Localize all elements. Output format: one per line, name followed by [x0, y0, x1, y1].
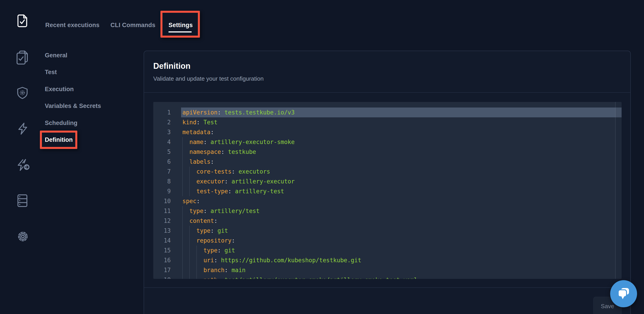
menu-item-execution[interactable]: Execution [45, 85, 74, 93]
line-number: 14 [153, 236, 181, 246]
code-line[interactable]: 14 repository: [153, 236, 622, 246]
line-number: 8 [153, 177, 181, 186]
indent-guide [189, 236, 190, 246]
code-text: type: git [181, 226, 622, 236]
line-number: 17 [153, 265, 181, 275]
indent-guide [196, 275, 197, 279]
code-line[interactable]: 8 executor: artillery-executor [153, 177, 622, 186]
chat-launcher-button[interactable] [610, 280, 637, 307]
code-text: type: git [181, 246, 622, 255]
shield-gear-icon[interactable] [17, 87, 28, 100]
line-number: 12 [153, 216, 181, 226]
indent-guide [189, 275, 190, 279]
code-line[interactable]: 12 content: [153, 216, 622, 226]
chat-bubbles-icon [617, 287, 630, 301]
lightning-arrow-icon[interactable] [17, 159, 30, 172]
tab-recent-executions[interactable]: Recent executions [45, 21, 100, 29]
menu-item-general[interactable]: General [45, 52, 68, 59]
tab-settings[interactable]: Settings [168, 21, 193, 29]
app-root: Recent executions CLI Commands Settings [0, 0, 644, 314]
code-line[interactable]: 2kind: Test [153, 117, 622, 127]
line-number: 1 [153, 107, 181, 117]
code-lines: 1apiVersion: tests.testkube.io/v32kind: … [153, 107, 622, 279]
editor-scrollbar[interactable] [615, 102, 622, 279]
code-line[interactable]: 15 type: git [153, 246, 622, 255]
code-text: branch: main [181, 265, 622, 275]
server-icon[interactable] [18, 194, 27, 208]
panel-subtitle: Validate and update your test configurat… [153, 75, 264, 82]
line-number: 9 [153, 186, 181, 196]
panel-header-divider [144, 92, 630, 93]
menu-item-scheduling[interactable]: Scheduling [45, 119, 78, 127]
code-text: kind: Test [181, 117, 622, 127]
document-check-icon [18, 14, 27, 28]
indent-guide [196, 246, 197, 255]
indent-guide [189, 226, 190, 236]
line-number: 2 [153, 117, 181, 127]
panel-footer-divider [144, 287, 630, 288]
indent-guide [189, 186, 190, 196]
code-line[interactable]: 6 labels: [153, 157, 622, 167]
code-line[interactable]: 5 namespace: testkube [153, 147, 622, 157]
code-line[interactable]: 16 uri: https://github.com/kubeshop/test… [153, 255, 622, 265]
code-text: test-type: artillery-test [181, 186, 622, 196]
code-text: spec: [181, 196, 622, 206]
menu-item-definition[interactable]: Definition [45, 136, 72, 143]
code-text: core-tests: executors [181, 167, 622, 177]
line-number: 16 [153, 255, 181, 265]
code-line[interactable]: 1apiVersion: tests.testkube.io/v3 [153, 107, 622, 117]
code-line[interactable]: 10spec: [153, 196, 622, 206]
indent-guide [189, 177, 190, 186]
code-line[interactable]: 18 path: test/artillery/executor-smoke/a… [153, 275, 622, 279]
code-text: uri: https://github.com/kubeshop/testkub… [181, 255, 622, 265]
line-number: 6 [153, 157, 181, 167]
code-line[interactable]: 11 type: artillery/test [153, 206, 622, 216]
code-text: path: test/artillery/executor-smoke/arti… [181, 275, 622, 279]
indent-guide [196, 265, 197, 275]
line-number: 3 [153, 127, 181, 137]
lightning-icon[interactable] [18, 123, 28, 136]
code-text: labels: [181, 157, 622, 167]
tab-cli-commands[interactable]: CLI Commands [110, 21, 155, 29]
active-tab-underline [168, 31, 192, 32]
code-text: repository: [181, 236, 622, 246]
line-number: 15 [153, 246, 181, 255]
line-number: 4 [153, 137, 181, 147]
code-line[interactable]: 4 name: artillery-executor-smoke [153, 137, 622, 147]
code-text: metadata: [181, 127, 622, 137]
indent-guide [196, 255, 197, 265]
line-number: 10 [153, 196, 181, 206]
code-line[interactable]: 13 type: git [153, 226, 622, 236]
indent-guide [189, 265, 190, 275]
code-text: namespace: testkube [181, 147, 622, 157]
code-text: executor: artillery-executor [181, 177, 622, 186]
menu-item-test[interactable]: Test [45, 68, 57, 76]
line-number: 11 [153, 206, 181, 216]
yaml-editor[interactable]: 1apiVersion: tests.testkube.io/v32kind: … [153, 102, 622, 279]
gear-icon[interactable] [17, 230, 29, 244]
line-number: 5 [153, 147, 181, 157]
documents-check-icon[interactable] [16, 50, 29, 66]
indent-guide [189, 246, 190, 255]
code-text: content: [181, 216, 622, 226]
indent-guide [189, 255, 190, 265]
code-text: name: artillery-executor-smoke [181, 137, 622, 147]
code-text: apiVersion: tests.testkube.io/v3 [181, 107, 622, 117]
code-line[interactable]: 7 core-tests: executors [153, 167, 622, 177]
code-text: type: artillery/test [181, 206, 622, 216]
indent-guide [189, 167, 190, 177]
code-line[interactable]: 9 test-type: artillery-test [153, 186, 622, 196]
line-number: 18 [153, 275, 181, 279]
line-number: 7 [153, 167, 181, 177]
code-line[interactable]: 3metadata: [153, 127, 622, 137]
code-line[interactable]: 17 branch: main [153, 265, 622, 275]
menu-item-variables-secrets[interactable]: Variables & Secrets [45, 102, 101, 109]
line-number: 13 [153, 226, 181, 236]
panel-title: Definition [153, 61, 190, 71]
definition-panel: Definition Validate and update your test… [144, 51, 631, 314]
